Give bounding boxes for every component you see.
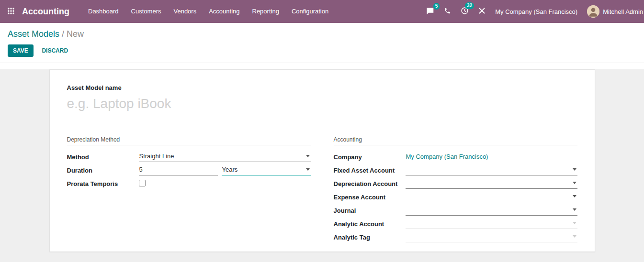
user-menu[interactable]: Mitchell Admin <box>587 5 643 18</box>
activities-button[interactable]: 32 <box>461 7 469 16</box>
tools-button[interactable] <box>478 7 486 16</box>
company-row: Company My Company (San Francisco) <box>334 150 577 164</box>
depreciation-method-group: Depreciation Method Method Straight Line… <box>67 136 311 244</box>
depreciation-account-label: Depreciation Account <box>334 180 406 187</box>
accounting-section-title: Accounting <box>334 136 577 145</box>
prorata-row: Prorata Temporis <box>67 177 311 190</box>
prorata-checkbox[interactable] <box>139 180 146 186</box>
form-sheet: Asset Model name Depreciation Method Met… <box>49 69 595 252</box>
phone-icon <box>444 7 451 16</box>
apps-grid-icon <box>7 7 15 16</box>
chevron-down-icon <box>573 195 576 197</box>
expense-account-label: Expense Account <box>334 194 406 201</box>
form-view: Asset Model name Depreciation Method Met… <box>0 69 644 262</box>
analytic-account-row: Analytic Account <box>334 217 577 230</box>
tools-icon <box>478 7 486 16</box>
fixed-asset-account-row: Fixed Asset Account <box>334 164 577 177</box>
analytic-tag-select[interactable] <box>406 232 577 242</box>
journal-row: Journal <box>334 204 577 217</box>
expense-account-select[interactable] <box>406 192 577 202</box>
analytic-tag-row: Analytic Tag <box>334 230 577 244</box>
messages-badge: 5 <box>433 3 440 10</box>
expense-account-row: Expense Account <box>334 190 577 204</box>
control-panel: Asset Models / New SAVE DISCARD <box>0 23 644 63</box>
accounting-group: Accounting Company My Company (San Franc… <box>334 136 577 244</box>
journal-select[interactable] <box>406 205 577 216</box>
asset-model-name-label: Asset Model name <box>67 84 577 91</box>
analytic-account-label: Analytic Account <box>334 220 406 228</box>
avatar <box>587 5 599 18</box>
calls-button[interactable] <box>444 7 451 16</box>
method-value: Straight Line <box>139 153 174 160</box>
app-name[interactable]: Accounting <box>22 7 69 17</box>
menu-vendors[interactable]: Vendors <box>167 0 203 23</box>
apps-menu-button[interactable] <box>0 0 22 23</box>
menu-configuration[interactable]: Configuration <box>285 0 335 23</box>
chevron-down-icon <box>306 155 310 157</box>
breadcrumb: Asset Models / New <box>8 29 636 39</box>
method-row: Method Straight Line <box>67 150 311 164</box>
breadcrumb-current: New <box>67 29 84 39</box>
method-label: Method <box>67 153 139 161</box>
analytic-account-select[interactable] <box>406 218 577 229</box>
analytic-tag-label: Analytic Tag <box>334 234 406 241</box>
messages-button[interactable]: 5 <box>426 7 434 16</box>
method-select[interactable]: Straight Line <box>139 152 311 162</box>
asset-model-name-input[interactable] <box>67 96 375 115</box>
chat-icon <box>426 7 434 16</box>
menu-reporting[interactable]: Reporting <box>246 0 285 23</box>
main-menu: Dashboard Customers Vendors Accounting R… <box>82 0 335 23</box>
duration-row: Duration Years <box>67 164 311 177</box>
journal-label: Journal <box>334 207 406 214</box>
duration-label: Duration <box>67 167 139 174</box>
prorata-label: Prorata Temporis <box>67 180 139 187</box>
chevron-down-icon <box>573 222 576 224</box>
duration-input[interactable] <box>139 165 218 175</box>
discard-button[interactable]: DISCARD <box>42 47 68 54</box>
top-navbar: Accounting Dashboard Customers Vendors A… <box>0 0 644 23</box>
chevron-down-icon <box>306 168 310 171</box>
company-label: Company <box>334 153 406 161</box>
duration-unit-value: Years <box>222 166 238 173</box>
chevron-down-icon <box>573 182 576 184</box>
duration-unit-select[interactable]: Years <box>222 165 311 175</box>
fixed-asset-account-select[interactable] <box>406 165 577 175</box>
breadcrumb-asset-models[interactable]: Asset Models <box>8 29 59 39</box>
company-field: My Company (San Francisco) <box>406 152 577 162</box>
company-value[interactable]: My Company (San Francisco) <box>406 153 488 160</box>
depreciation-account-select[interactable] <box>406 178 577 189</box>
chevron-down-icon <box>573 168 576 171</box>
topbar-systray: 5 32 My Company <box>426 5 644 18</box>
depreciation-method-section-title: Depreciation Method <box>67 136 311 145</box>
company-switcher[interactable]: My Company (San Francisco) <box>495 8 577 15</box>
activities-badge: 32 <box>465 2 474 9</box>
menu-dashboard[interactable]: Dashboard <box>82 0 125 23</box>
chevron-down-icon <box>573 208 576 211</box>
user-name: Mitchell Admin <box>603 8 643 15</box>
chevron-down-icon <box>573 235 576 238</box>
save-button[interactable]: SAVE <box>8 44 34 57</box>
menu-accounting[interactable]: Accounting <box>203 0 246 23</box>
menu-customers[interactable]: Customers <box>125 0 168 23</box>
depreciation-account-row: Depreciation Account <box>334 177 577 190</box>
action-buttons: SAVE DISCARD <box>8 44 636 57</box>
fixed-asset-account-label: Fixed Asset Account <box>334 167 406 174</box>
breadcrumb-separator: / <box>62 29 67 39</box>
